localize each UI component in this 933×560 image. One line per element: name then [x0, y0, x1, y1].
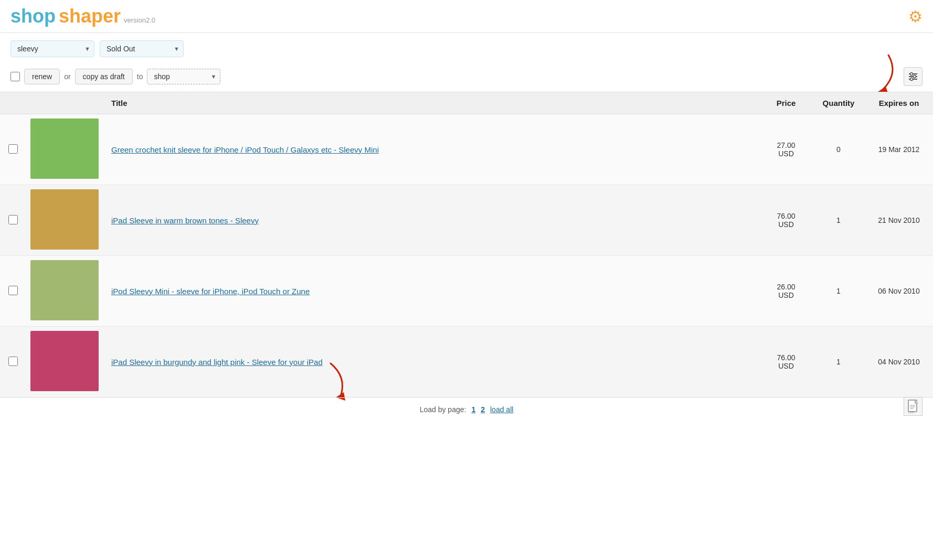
- status-filter-select[interactable]: Sold Out Active Expired All: [100, 40, 184, 57]
- product-title-cell-0: Green crochet knit sleeve for iPhone / i…: [103, 114, 760, 185]
- products-table-container: Title Price Quantity Expires on Green cr…: [0, 92, 933, 397]
- page-1-link[interactable]: 1: [471, 405, 475, 414]
- product-quantity-0: 0: [812, 114, 865, 185]
- actions-row: renew or copy as draft to shop shop1 sho…: [0, 64, 933, 92]
- load-by-page-text: Load by page:: [420, 405, 467, 414]
- product-quantity-3: 1: [812, 327, 865, 397]
- col-expires: Expires on: [865, 92, 933, 114]
- col-quantity: Quantity: [812, 92, 865, 114]
- shop-filter-select[interactable]: sleevy shop1 shop2: [10, 40, 94, 57]
- or-text: or: [64, 72, 70, 81]
- col-title: Title: [103, 92, 760, 114]
- shop-action-wrapper: shop shop1 shop2: [147, 69, 220, 84]
- table-row: iPad Sleeve in warm brown tones - Sleevy…: [0, 185, 933, 256]
- row-checkbox-1[interactable]: [8, 215, 18, 224]
- svg-rect-7: [30, 119, 99, 179]
- load-all-link[interactable]: load all: [490, 405, 513, 414]
- product-expires-1: 21 Nov 2010: [865, 185, 933, 256]
- filters-row: sleevy shop1 shop2 Sold Out Active Expir…: [0, 33, 933, 64]
- product-title-cell-2: iPod Sleevy Mini - sleeve for iPhone, iP…: [103, 256, 760, 327]
- page-2-link[interactable]: 2: [481, 405, 485, 414]
- product-image-cell-1: [26, 185, 103, 256]
- product-image-0: [30, 119, 99, 179]
- products-table: Title Price Quantity Expires on Green cr…: [0, 92, 933, 397]
- product-image-cell-0: [26, 114, 103, 185]
- logo-shaper: shaper: [59, 5, 121, 27]
- row-checkbox-2[interactable]: [8, 286, 18, 295]
- row-checkbox-3[interactable]: [8, 357, 18, 366]
- svg-rect-8: [30, 189, 99, 250]
- product-quantity-2: 1: [812, 256, 865, 327]
- renew-button[interactable]: renew: [24, 69, 60, 84]
- product-price-1: 76.00USD: [760, 185, 812, 256]
- product-price-0: 27.00USD: [760, 114, 812, 185]
- footer-wrapper: Load by page: 1 2 load all LOG: [0, 397, 933, 421]
- to-text: to: [137, 72, 143, 81]
- settings-icon[interactable]: ⚙: [908, 7, 923, 26]
- svg-rect-10: [30, 331, 99, 391]
- product-image-cell-3: [26, 327, 103, 397]
- product-expires-0: 19 Mar 2012: [865, 114, 933, 185]
- status-filter-wrapper: Sold Out Active Expired All: [100, 40, 184, 57]
- product-expires-2: 06 Nov 2010: [865, 256, 933, 327]
- logo: shopshaper version2.0: [10, 5, 155, 27]
- svg-point-6: [910, 78, 913, 81]
- log-icon: LOG: [907, 400, 919, 413]
- footer: Load by page: 1 2 load all LOG: [0, 397, 933, 421]
- col-image: [26, 92, 103, 114]
- product-expires-3: 04 Nov 2010: [865, 327, 933, 397]
- product-price-3: 76.00USD: [760, 327, 812, 397]
- svg-text:LOG: LOG: [908, 411, 914, 413]
- product-title-link-0[interactable]: Green crochet knit sleeve for iPhone / i…: [111, 145, 379, 154]
- col-price: Price: [760, 92, 812, 114]
- logo-shop: shop: [10, 5, 56, 27]
- product-image-cell-2: [26, 256, 103, 327]
- svg-rect-9: [30, 260, 99, 320]
- product-title-cell-3: iPad Sleevy in burgundy and light pink -…: [103, 327, 760, 397]
- product-title-link-3[interactable]: iPad Sleevy in burgundy and light pink -…: [111, 358, 323, 367]
- product-quantity-1: 1: [812, 185, 865, 256]
- table-header-row: Title Price Quantity Expires on: [0, 92, 933, 114]
- table-row: Green crochet knit sleeve for iPhone / i…: [0, 114, 933, 185]
- header: shopshaper version2.0 ⚙: [0, 0, 933, 33]
- product-title-link-2[interactable]: iPod Sleevy Mini - sleeve for iPhone, iP…: [111, 287, 310, 296]
- svg-point-5: [914, 76, 916, 78]
- shop-filter-wrapper: sleevy shop1 shop2: [10, 40, 94, 57]
- select-all-checkbox[interactable]: [10, 72, 20, 81]
- shop-action-select[interactable]: shop shop1 shop2: [147, 69, 220, 84]
- copy-as-draft-button[interactable]: copy as draft: [75, 69, 133, 84]
- log-button[interactable]: LOG: [904, 397, 923, 416]
- product-title-link-1[interactable]: iPad Sleeve in warm brown tones - Sleevy: [111, 216, 259, 225]
- actions-wrapper: renew or copy as draft to shop shop1 sho…: [0, 64, 933, 92]
- table-row: iPod Sleevy Mini - sleeve for iPhone, iP…: [0, 256, 933, 327]
- table-row: iPad Sleevy in burgundy and light pink -…: [0, 327, 933, 397]
- product-image-2: [30, 260, 99, 320]
- col-checkbox: [0, 92, 26, 114]
- product-image-3: [30, 331, 99, 391]
- product-image-1: [30, 189, 99, 250]
- row-checkbox-0[interactable]: [8, 144, 18, 154]
- filter-lines-icon: [908, 71, 918, 82]
- table-body: Green crochet knit sleeve for iPhone / i…: [0, 114, 933, 397]
- filter-options-button[interactable]: [904, 67, 923, 86]
- svg-point-4: [910, 73, 913, 76]
- product-title-cell-1: iPad Sleeve in warm brown tones - Sleevy: [103, 185, 760, 256]
- product-price-2: 26.00USD: [760, 256, 812, 327]
- logo-version: version2.0: [124, 16, 155, 24]
